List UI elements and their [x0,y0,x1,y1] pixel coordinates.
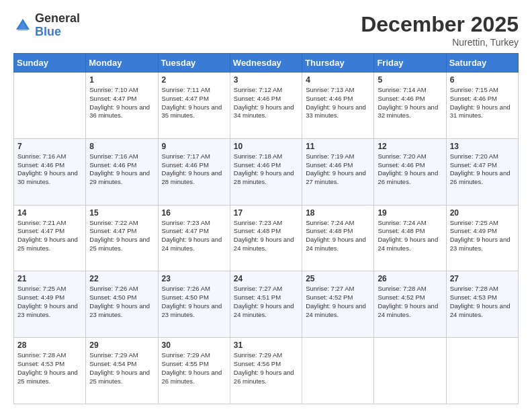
cell-info: Sunrise: 7:20 AMSunset: 4:47 PMDaylight:… [450,152,515,187]
day-number: 12 [378,142,442,151]
table-row: 1Sunrise: 7:10 AMSunset: 4:47 PMDaylight… [86,73,158,139]
day-number: 22 [89,274,154,283]
day-number: 20 [450,208,515,218]
location-subtitle: Nurettin, Turkey [361,37,519,48]
cell-info: Sunrise: 7:28 AMSunset: 4:53 PMDaylight:… [450,285,515,319]
cell-info: Sunrise: 7:11 AMSunset: 4:47 PMDaylight:… [162,86,226,120]
cell-info: Sunrise: 7:25 AMSunset: 4:49 PMDaylight:… [450,219,515,253]
cell-info: Sunrise: 7:27 AMSunset: 4:52 PMDaylight:… [306,285,370,319]
day-number: 14 [17,208,82,218]
table-row: 31Sunrise: 7:29 AMSunset: 4:56 PMDayligh… [230,338,302,404]
day-number: 29 [89,340,154,350]
col-monday: Monday [86,54,158,73]
cell-info: Sunrise: 7:29 AMSunset: 4:56 PMDaylight:… [234,351,298,385]
day-number: 11 [306,142,370,151]
day-number: 25 [306,274,370,283]
cell-info: Sunrise: 7:29 AMSunset: 4:54 PMDaylight:… [89,351,154,385]
day-number: 5 [378,75,442,85]
day-number: 24 [234,274,298,283]
cell-info: Sunrise: 7:14 AMSunset: 4:46 PMDaylight:… [378,86,442,120]
cell-info: Sunrise: 7:23 AMSunset: 4:47 PMDaylight:… [162,219,226,253]
table-row: 7Sunrise: 7:16 AMSunset: 4:46 PMDaylight… [14,138,86,205]
day-number: 4 [306,75,370,85]
cell-info: Sunrise: 7:24 AMSunset: 4:48 PMDaylight:… [306,219,370,253]
table-row [302,338,374,404]
cell-info: Sunrise: 7:16 AMSunset: 4:46 PMDaylight:… [17,152,82,187]
table-row: 30Sunrise: 7:29 AMSunset: 4:55 PMDayligh… [158,338,230,404]
day-number: 18 [306,208,370,218]
calendar-week-4: 21Sunrise: 7:25 AMSunset: 4:49 PMDayligh… [14,271,519,338]
calendar-week-1: 1Sunrise: 7:10 AMSunset: 4:47 PMDaylight… [14,73,519,139]
day-number: 10 [234,142,298,151]
table-row: 10Sunrise: 7:18 AMSunset: 4:46 PMDayligh… [230,138,302,205]
day-number: 21 [17,274,82,283]
table-row: 9Sunrise: 7:17 AMSunset: 4:46 PMDaylight… [158,138,230,205]
cell-info: Sunrise: 7:15 AMSunset: 4:46 PMDaylight:… [450,86,515,120]
col-wednesday: Wednesday [230,54,302,73]
table-row: 2Sunrise: 7:11 AMSunset: 4:47 PMDaylight… [158,73,230,139]
day-number: 3 [234,75,298,85]
day-number: 30 [162,340,226,350]
day-number: 19 [378,208,442,218]
cell-info: Sunrise: 7:12 AMSunset: 4:46 PMDaylight:… [234,86,298,120]
cell-info: Sunrise: 7:19 AMSunset: 4:46 PMDaylight:… [306,152,370,187]
cell-info: Sunrise: 7:21 AMSunset: 4:47 PMDaylight:… [17,219,82,253]
logo-text: General Blue [35,12,80,39]
table-row: 28Sunrise: 7:28 AMSunset: 4:53 PMDayligh… [14,338,86,404]
calendar-week-5: 28Sunrise: 7:28 AMSunset: 4:53 PMDayligh… [14,338,519,404]
cell-info: Sunrise: 7:10 AMSunset: 4:47 PMDaylight:… [89,86,154,120]
table-row: 17Sunrise: 7:23 AMSunset: 4:48 PMDayligh… [230,205,302,271]
col-sunday: Sunday [14,54,86,73]
table-row: 18Sunrise: 7:24 AMSunset: 4:48 PMDayligh… [302,205,374,271]
cell-info: Sunrise: 7:28 AMSunset: 4:52 PMDaylight:… [378,285,442,319]
calendar-week-3: 14Sunrise: 7:21 AMSunset: 4:47 PMDayligh… [14,205,519,271]
month-title: December 2025 [361,12,519,37]
cell-info: Sunrise: 7:18 AMSunset: 4:46 PMDaylight:… [234,152,298,187]
table-row: 6Sunrise: 7:15 AMSunset: 4:46 PMDaylight… [446,73,518,139]
day-number: 9 [162,142,226,151]
col-thursday: Thursday [302,54,374,73]
cell-info: Sunrise: 7:26 AMSunset: 4:50 PMDaylight:… [89,285,154,319]
cell-info: Sunrise: 7:29 AMSunset: 4:55 PMDaylight:… [162,351,226,385]
day-number: 27 [450,274,515,283]
cell-info: Sunrise: 7:17 AMSunset: 4:46 PMDaylight:… [162,152,226,187]
table-row: 26Sunrise: 7:28 AMSunset: 4:52 PMDayligh… [374,271,446,338]
logo-general: General [35,12,80,26]
table-row [14,73,86,139]
cell-info: Sunrise: 7:28 AMSunset: 4:53 PMDaylight:… [17,351,82,385]
cell-info: Sunrise: 7:26 AMSunset: 4:50 PMDaylight:… [162,285,226,319]
table-row [446,338,518,404]
cell-info: Sunrise: 7:20 AMSunset: 4:46 PMDaylight:… [378,152,442,187]
table-row: 13Sunrise: 7:20 AMSunset: 4:47 PMDayligh… [446,138,518,205]
col-tuesday: Tuesday [158,54,230,73]
table-row: 3Sunrise: 7:12 AMSunset: 4:46 PMDaylight… [230,73,302,139]
day-number: 17 [234,208,298,218]
table-row: 12Sunrise: 7:20 AMSunset: 4:46 PMDayligh… [374,138,446,205]
calendar-week-2: 7Sunrise: 7:16 AMSunset: 4:46 PMDaylight… [14,138,519,205]
title-block: December 2025 Nurettin, Turkey [361,12,519,48]
table-row: 16Sunrise: 7:23 AMSunset: 4:47 PMDayligh… [158,205,230,271]
cell-info: Sunrise: 7:22 AMSunset: 4:47 PMDaylight:… [89,219,154,253]
cell-info: Sunrise: 7:16 AMSunset: 4:46 PMDaylight:… [89,152,154,187]
table-row: 11Sunrise: 7:19 AMSunset: 4:46 PMDayligh… [302,138,374,205]
day-number: 16 [162,208,226,218]
logo-blue: Blue [35,26,80,39]
table-row: 15Sunrise: 7:22 AMSunset: 4:47 PMDayligh… [86,205,158,271]
table-row: 19Sunrise: 7:24 AMSunset: 4:48 PMDayligh… [374,205,446,271]
col-saturday: Saturday [446,54,518,73]
cell-info: Sunrise: 7:23 AMSunset: 4:48 PMDaylight:… [234,219,298,253]
day-number: 23 [162,274,226,283]
col-friday: Friday [374,54,446,73]
cell-info: Sunrise: 7:25 AMSunset: 4:49 PMDaylight:… [17,285,82,319]
table-row: 20Sunrise: 7:25 AMSunset: 4:49 PMDayligh… [446,205,518,271]
cell-info: Sunrise: 7:13 AMSunset: 4:46 PMDaylight:… [306,86,370,120]
table-row: 4Sunrise: 7:13 AMSunset: 4:46 PMDaylight… [302,73,374,139]
table-row: 25Sunrise: 7:27 AMSunset: 4:52 PMDayligh… [302,271,374,338]
table-row: 23Sunrise: 7:26 AMSunset: 4:50 PMDayligh… [158,271,230,338]
day-number: 7 [17,142,82,151]
table-row: 21Sunrise: 7:25 AMSunset: 4:49 PMDayligh… [14,271,86,338]
calendar-header-row: Sunday Monday Tuesday Wednesday Thursday… [14,54,519,73]
day-number: 1 [89,75,154,85]
day-number: 13 [450,142,515,151]
day-number: 15 [89,208,154,218]
